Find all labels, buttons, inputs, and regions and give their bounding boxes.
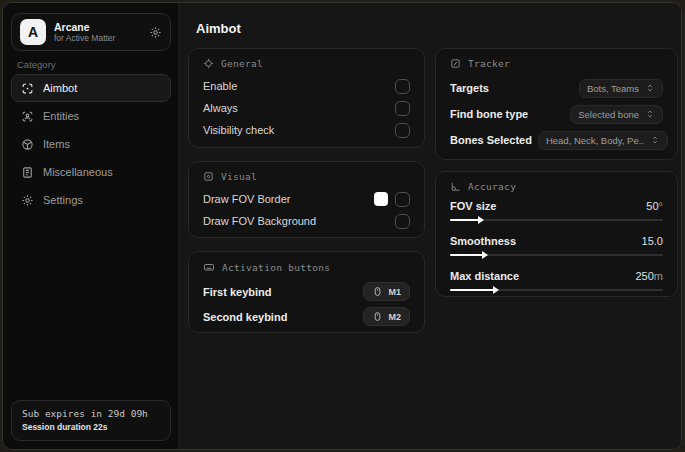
general-card-header: General xyxy=(203,58,410,69)
card-title: General xyxy=(221,58,263,69)
setting-row-bones-selected: Bones Selected Head, Neck, Body, Pe.. xyxy=(450,127,663,153)
sidebar-item-aimbot[interactable]: Aimbot xyxy=(11,74,171,102)
targets-dropdown[interactable]: Bots, Teams xyxy=(579,79,663,98)
crosshair-scan-icon xyxy=(21,82,34,95)
setting-row-draw-fov-background: Draw FOV Background xyxy=(203,210,410,232)
slider-fill xyxy=(450,289,495,291)
setting-row-first-keybind: First keybind M1 xyxy=(203,279,410,304)
setting-label: Enable xyxy=(203,80,237,92)
app-window: A Arcane for Active Matter Category xyxy=(2,2,682,450)
setting-row-fov-size: FOV size 50° xyxy=(450,198,663,224)
activation-card: Activation buttons First keybind M1 Seco… xyxy=(188,251,425,333)
smoothness-slider[interactable] xyxy=(450,251,663,259)
sidebar-item-label: Miscellaneous xyxy=(43,166,113,178)
keyboard-icon xyxy=(203,261,215,273)
setting-row-draw-fov-border: Draw FOV Border xyxy=(203,188,410,210)
main-content: Aimbot General Enable Always xyxy=(179,3,681,449)
setting-label: First keybind xyxy=(203,286,271,298)
subscription-card: Sub expires in 29d 09h Session duration … xyxy=(11,400,171,441)
mouse-icon xyxy=(372,286,383,297)
radar-icon xyxy=(450,58,461,69)
card-title: Visual xyxy=(221,171,257,182)
category-label: Category xyxy=(17,59,56,70)
keybind-value: M2 xyxy=(388,312,401,322)
sidebar-item-settings[interactable]: Settings xyxy=(11,186,171,214)
setting-label: Second keybind xyxy=(203,311,287,323)
keybind-value: M1 xyxy=(388,287,401,297)
bones-selected-dropdown[interactable]: Head, Neck, Body, Pe.. xyxy=(538,131,668,150)
brand-logo: A xyxy=(20,19,46,45)
sphere-icon xyxy=(21,138,34,151)
always-checkbox[interactable] xyxy=(395,101,410,116)
sidebar-item-label: Items xyxy=(43,138,70,150)
slider-handle[interactable] xyxy=(482,251,488,259)
setting-label: Max distance xyxy=(450,270,519,282)
sidebar-item-entities[interactable]: Entities xyxy=(11,102,171,130)
setting-label: Bones Selected xyxy=(450,134,532,146)
sidebar-item-items[interactable]: Items xyxy=(11,130,171,158)
expand-icon xyxy=(645,109,655,119)
visibility-check-checkbox[interactable] xyxy=(395,123,410,138)
setting-label: Draw FOV Background xyxy=(203,215,316,227)
dropdown-value: Head, Neck, Body, Pe.. xyxy=(546,135,644,146)
visual-card: Visual Draw FOV Border Draw FOV Backgrou… xyxy=(188,161,425,238)
setting-row-max-distance: Max distance 250m xyxy=(450,268,663,294)
gear-icon xyxy=(21,194,34,207)
setting-row-find-bone-type: Find bone type Selected bone xyxy=(450,101,663,127)
setting-label: Targets xyxy=(450,82,489,94)
card-title: Tracker xyxy=(468,58,510,69)
dropdown-value: Bots, Teams xyxy=(587,83,639,94)
find-bone-type-dropdown[interactable]: Selected bone xyxy=(570,105,663,124)
setting-label: Draw FOV Border xyxy=(203,193,290,205)
session-duration-text: Session duration 22s xyxy=(22,421,160,433)
expand-icon xyxy=(650,135,660,145)
list-icon xyxy=(21,166,34,179)
enable-checkbox[interactable] xyxy=(395,79,410,94)
sub-expiry-text: Sub expires in 29d 09h xyxy=(22,407,160,421)
general-card: General Enable Always Visibility check xyxy=(188,48,425,148)
slider-handle[interactable] xyxy=(493,286,499,294)
second-keybind-button[interactable]: M2 xyxy=(363,307,410,326)
sidebar-item-label: Aimbot xyxy=(43,82,77,94)
fov-border-color-swatch[interactable] xyxy=(374,192,388,206)
setting-label: Smoothness xyxy=(450,235,516,247)
setting-row-second-keybind: Second keybind M2 xyxy=(203,304,410,329)
card-title: Activation buttons xyxy=(222,262,330,273)
slider-value: 15.0 xyxy=(642,235,663,247)
gear-icon[interactable] xyxy=(149,26,162,39)
setting-label: Always xyxy=(203,102,238,114)
draw-fov-background-checkbox[interactable] xyxy=(395,214,410,229)
slider-value: 50° xyxy=(646,200,663,212)
setting-row-smoothness: Smoothness 15.0 xyxy=(450,233,663,259)
mouse-icon xyxy=(372,311,383,322)
brand-card: A Arcane for Active Matter xyxy=(11,13,171,51)
accuracy-card: Accuracy FOV size 50° Smoothness 15.0 xyxy=(435,171,678,297)
slider-value: 250m xyxy=(635,270,663,282)
expand-icon xyxy=(645,83,655,93)
brand-title: Arcane xyxy=(54,21,141,33)
brand-subtitle: for Active Matter xyxy=(54,33,141,44)
brand-text: Arcane for Active Matter xyxy=(54,21,141,44)
first-keybind-button[interactable]: M1 xyxy=(363,282,410,301)
draw-fov-border-checkbox[interactable] xyxy=(395,192,410,207)
slider-fill xyxy=(450,219,480,221)
activation-card-header: Activation buttons xyxy=(203,261,410,273)
sidebar-item-label: Entities xyxy=(43,110,79,122)
fov-size-slider[interactable] xyxy=(450,216,663,224)
setting-row-targets: Targets Bots, Teams xyxy=(450,75,663,101)
crosshair-icon xyxy=(203,58,214,69)
accuracy-card-header: Accuracy xyxy=(450,181,663,192)
setting-row-enable: Enable xyxy=(203,75,410,97)
page-title: Aimbot xyxy=(196,21,241,36)
slider-fill xyxy=(450,254,484,256)
tracker-card-header: Tracker xyxy=(450,58,663,69)
setting-row-always: Always xyxy=(203,97,410,119)
max-distance-slider[interactable] xyxy=(450,286,663,294)
setting-label: FOV size xyxy=(450,200,496,212)
slider-handle[interactable] xyxy=(478,216,484,224)
sidebar-menu: Aimbot Entities xyxy=(11,74,171,214)
sidebar-item-miscellaneous[interactable]: Miscellaneous xyxy=(11,158,171,186)
setting-label: Visibility check xyxy=(203,124,274,136)
tracker-card: Tracker Targets Bots, Teams Find bone ty… xyxy=(435,48,678,160)
sidebar: A Arcane for Active Matter Category xyxy=(3,3,179,449)
